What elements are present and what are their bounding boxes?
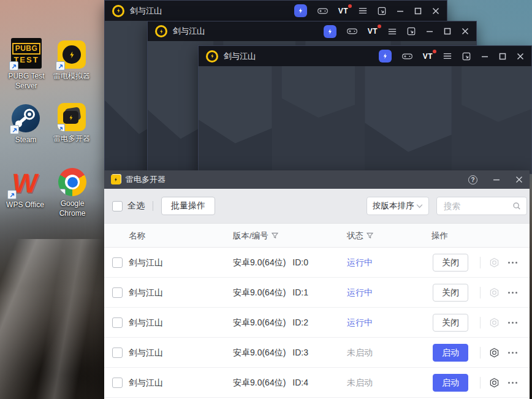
more-options-icon[interactable]	[508, 262, 517, 264]
manager-titlebar[interactable]: 雷电多开器 ?	[104, 170, 530, 189]
desktop-icon-google-chrome[interactable]: Google Chrome	[47, 168, 97, 218]
gamepad-icon[interactable]	[347, 28, 357, 35]
column-header-version[interactable]: 版本/编号	[233, 224, 278, 247]
popout-icon[interactable]	[378, 7, 386, 15]
boost-icon[interactable]	[324, 25, 336, 38]
menu-icon[interactable]	[388, 28, 397, 35]
desktop-icon-label: PUBG Test Server	[1, 72, 51, 91]
minimize-icon[interactable]	[493, 176, 500, 183]
settings-gear-icon[interactable]	[489, 287, 500, 298]
close-icon[interactable]	[515, 176, 523, 183]
emulator-titlebar[interactable]: 剑与江山 VT	[148, 21, 476, 41]
desktop-icon-pubg-test-server[interactable]: PUBG TEST PUBG Test Server	[1, 38, 51, 91]
vt-notification-dot	[433, 50, 436, 53]
gamepad-icon[interactable]	[402, 53, 412, 60]
search-box	[436, 197, 527, 215]
menu-icon[interactable]	[359, 7, 367, 14]
close-icon[interactable]	[462, 28, 469, 35]
start-instance-button[interactable]: 启动	[433, 374, 468, 392]
desktop-icon-wps-office[interactable]: W WPS Office	[0, 169, 50, 210]
row-checkbox[interactable]	[112, 378, 123, 388]
minimize-icon[interactable]	[481, 53, 488, 60]
help-icon[interactable]: ?	[468, 175, 477, 184]
maximize-icon[interactable]	[444, 28, 451, 35]
table-row: 剑与江山 安卓9.0(64位)ID:1 运行中 关闭	[104, 278, 530, 308]
minimize-icon[interactable]	[426, 28, 433, 35]
emulator-client-area	[199, 66, 531, 173]
instance-id: ID:2	[292, 308, 308, 338]
shortcut-arrow-icon	[56, 61, 65, 70]
row-divider	[480, 287, 481, 298]
ldplayer-logo-icon	[155, 25, 167, 37]
settings-gear-icon[interactable]	[489, 317, 500, 328]
boost-icon[interactable]	[379, 50, 392, 63]
chevron-down-icon	[416, 204, 423, 208]
column-header-status[interactable]: 状态	[347, 224, 373, 247]
close-instance-button[interactable]: 关闭	[433, 284, 468, 302]
close-icon[interactable]	[517, 53, 524, 60]
desktop-icon-label: WPS Office	[0, 200, 50, 210]
maximize-icon[interactable]	[414, 7, 422, 15]
table-row: 剑与江山 安卓9.0(64位)ID:3 未启动 启动	[104, 338, 530, 368]
search-icon	[512, 202, 521, 210]
row-checkbox[interactable]	[112, 348, 123, 358]
select-all-checkbox[interactable]	[112, 201, 123, 211]
multi-opener-window: 雷电多开器 ? 全选 批量操作 按版本排序 名称 版本/编号	[104, 170, 530, 399]
filter-icon	[272, 232, 278, 239]
row-divider	[480, 317, 481, 329]
desktop-icon-steam[interactable]: Steam	[1, 104, 51, 145]
instance-name: 剑与江山	[129, 278, 163, 308]
multi-opener-icon	[58, 103, 86, 131]
start-instance-button[interactable]: 启动	[433, 344, 468, 362]
boost-icon[interactable]	[294, 4, 307, 17]
wallpaper-mountain-texture	[0, 239, 104, 399]
desktop-icon-label: Google Chrome	[47, 199, 97, 218]
maximize-icon[interactable]	[499, 53, 506, 60]
menu-icon[interactable]	[443, 53, 452, 59]
vt-indicator[interactable]: VT	[423, 52, 433, 61]
desktop-icon-multi-opener[interactable]: 雷电多开器	[47, 103, 97, 144]
instance-name: 剑与江山	[129, 308, 163, 338]
instance-id: ID:4	[292, 368, 308, 398]
search-input[interactable]	[443, 201, 512, 211]
more-options-icon[interactable]	[508, 292, 517, 294]
instance-id: ID:1	[292, 278, 308, 308]
sort-dropdown[interactable]: 按版本排序	[367, 197, 429, 215]
settings-gear-icon[interactable]	[489, 348, 500, 358]
table-row: 剑与江山 安卓9.0(64位)ID:0 运行中 关闭	[104, 248, 530, 278]
settings-gear-icon[interactable]	[489, 378, 500, 388]
batch-operations-button[interactable]: 批量操作	[161, 197, 215, 215]
instance-version: 安卓9.0(64位)	[233, 278, 286, 308]
more-options-icon[interactable]	[508, 322, 517, 324]
row-divider	[480, 257, 481, 268]
minimize-icon[interactable]	[397, 7, 404, 15]
close-instance-button[interactable]: 关闭	[433, 314, 468, 332]
instance-version: 安卓9.0(64位)	[233, 368, 286, 398]
emulator-titlebar[interactable]: 剑与江山 VT	[105, 1, 447, 21]
ldplayer-logo-icon	[112, 5, 124, 17]
more-options-icon[interactable]	[508, 352, 517, 354]
pubg-icon: PUBG TEST	[11, 38, 42, 69]
more-options-icon[interactable]	[508, 382, 517, 384]
manager-window-title: 雷电多开器	[126, 174, 165, 185]
gamepad-icon[interactable]	[317, 7, 328, 15]
select-all-label: 全选	[127, 200, 145, 211]
desktop-icon-ldplayer[interactable]: 雷电模拟器	[47, 40, 97, 82]
row-checkbox[interactable]	[112, 287, 123, 298]
emulator-titlebar[interactable]: 剑与江山 VT	[199, 46, 531, 66]
close-icon[interactable]	[432, 7, 439, 15]
vt-indicator[interactable]: VT	[338, 7, 348, 15]
vt-indicator[interactable]: VT	[368, 27, 378, 36]
row-checkbox[interactable]	[112, 257, 123, 268]
popout-icon[interactable]	[462, 52, 471, 61]
status-badge: 运行中	[347, 278, 373, 308]
settings-gear-icon[interactable]	[489, 257, 500, 268]
row-checkbox[interactable]	[112, 317, 123, 328]
close-instance-button[interactable]: 关闭	[433, 254, 468, 272]
table-header: 名称 版本/编号 状态 操作	[104, 223, 530, 248]
vt-notification-dot	[348, 4, 352, 8]
pubg-icon-wordmark: PUBG	[12, 43, 41, 55]
chrome-icon	[58, 168, 86, 196]
desktop-icon-label: 雷电模拟器	[47, 72, 97, 82]
popout-icon[interactable]	[407, 27, 416, 36]
